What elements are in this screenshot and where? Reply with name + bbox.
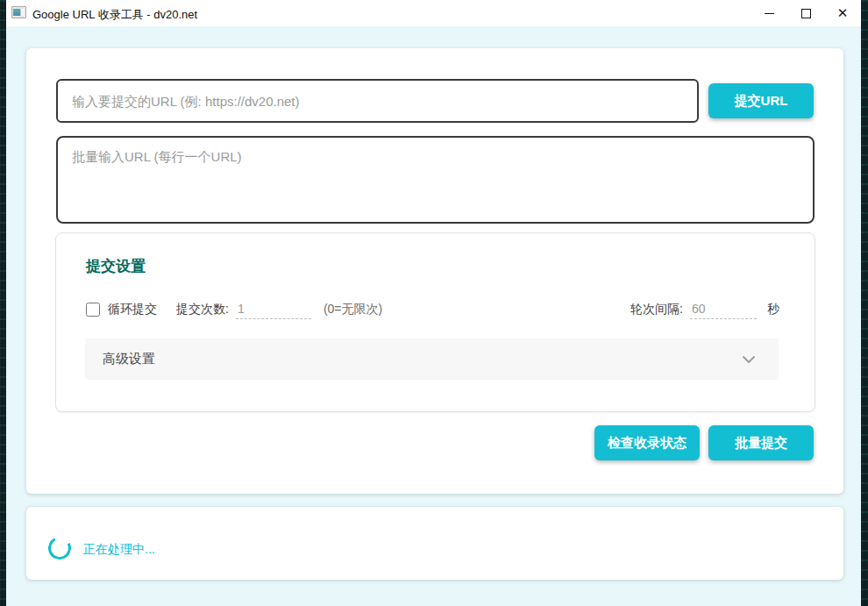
submit-count-hint: (0=无限次) — [324, 302, 382, 317]
window-controls: ✕ — [751, 0, 861, 26]
submit-url-button[interactable]: 提交URL — [708, 83, 814, 118]
minimize-button[interactable] — [751, 0, 787, 26]
submit-count-label: 提交次数: — [176, 302, 229, 317]
titlebar: Google URL 收录工具 - dv20.net ✕ — [6, 0, 861, 26]
url-input[interactable] — [56, 79, 699, 123]
app-window: Google URL 收录工具 - dv20.net ✕ 提交URL 提交设置 … — [6, 0, 861, 606]
processing-status-text: 正在处理中... — [83, 542, 155, 558]
status-panel: 正在处理中... — [26, 507, 843, 580]
window-title: Google URL 收录工具 - dv20.net — [32, 7, 197, 23]
settings-title: 提交设置 — [86, 256, 146, 276]
chevron-down-icon — [742, 355, 756, 364]
close-icon: ✕ — [837, 5, 849, 21]
submit-count-input[interactable] — [236, 300, 311, 319]
minimize-icon — [765, 13, 774, 14]
interval-input[interactable] — [690, 300, 757, 319]
batch-url-textarea[interactable] — [56, 136, 815, 224]
interval-label: 轮次间隔: — [630, 302, 683, 317]
maximize-button[interactable] — [787, 0, 824, 26]
settings-row: 循环提交 提交次数: (0=无限次) 轮次间隔: 秒 — [86, 298, 779, 321]
close-button[interactable]: ✕ — [824, 0, 861, 26]
loop-submit-label: 循环提交 — [108, 302, 157, 317]
batch-submit-button[interactable]: 批量提交 — [708, 425, 814, 460]
loop-submit-checkbox[interactable] — [86, 303, 100, 317]
check-index-status-button[interactable]: 检查收录状态 — [594, 425, 700, 460]
loading-spinner-icon — [46, 534, 75, 563]
settings-panel: 提交设置 循环提交 提交次数: (0=无限次) 轮次间隔: 秒 高级设置 — [55, 232, 815, 412]
interval-group: 轮次间隔: 秒 — [630, 300, 779, 319]
main-panel: 提交URL 提交设置 循环提交 提交次数: (0=无限次) 轮次间隔: 秒 高级… — [26, 48, 843, 494]
advanced-settings-expander[interactable]: 高级设置 — [85, 339, 779, 380]
advanced-settings-label: 高级设置 — [103, 351, 155, 367]
app-icon — [11, 6, 26, 18]
maximize-icon — [801, 9, 811, 18]
interval-unit-label: 秒 — [767, 302, 779, 317]
